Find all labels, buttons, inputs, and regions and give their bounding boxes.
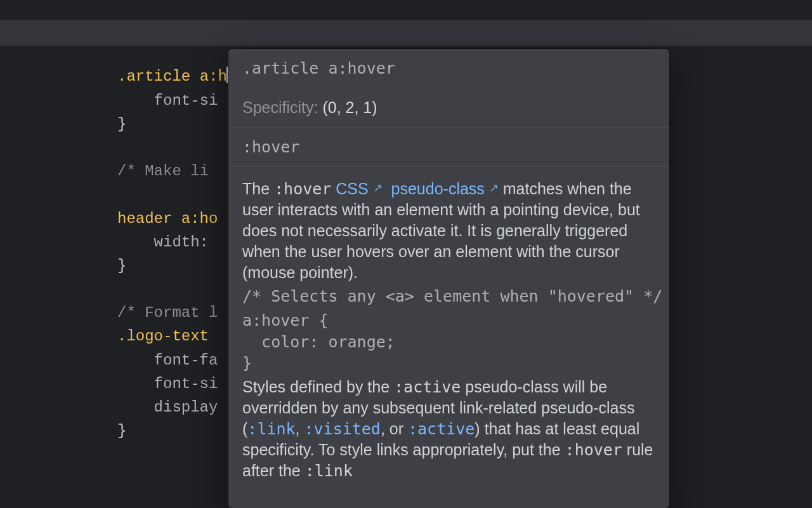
css-property: font-si: [117, 375, 218, 392]
specificity-label: Specificity:: [242, 98, 322, 116]
external-link-icon: ↗: [489, 181, 499, 196]
css-property: font-si: [117, 92, 218, 109]
popup-doc-body[interactable]: The :hover CSS ↗ pseudo-class ↗ matches …: [228, 167, 669, 498]
css-property: width:: [117, 234, 218, 251]
doc-text: , or: [381, 420, 408, 438]
doc-example-code: a:hover { color: orange; }: [242, 310, 655, 374]
doc-text: The: [242, 180, 274, 197]
hover-documentation-popup[interactable]: .article a:hover Specificity: (0, 2, 1) …: [228, 49, 669, 508]
css-comment: /* Format l: [117, 304, 218, 321]
doc-text: ,: [296, 420, 304, 438]
pseudo-class-doc-link[interactable]: pseudo-class ↗: [391, 180, 499, 197]
link-code: :link: [305, 462, 353, 480]
doc-paragraph-2: Styles defined by the :active pseudo-cla…: [242, 377, 655, 481]
hover-code: :hover: [274, 180, 331, 198]
css-class-selector: .logo-text: [117, 328, 209, 345]
css-class-selector: .article: [117, 68, 190, 85]
css-comment: /* Make li: [117, 163, 218, 180]
external-link-icon: ↗: [373, 181, 383, 196]
css-tag-selector: a: [200, 68, 209, 85]
css-selector: header a:ho: [117, 210, 218, 227]
doc-example-comment: /* Selects any <a> element when "hovered…: [242, 286, 655, 307]
css-property: font-fa: [117, 352, 218, 369]
css-brace: }: [117, 116, 126, 133]
active-pseudo-ref: :active: [408, 420, 475, 438]
active-code: :active: [394, 378, 461, 396]
css-brace: }: [117, 422, 126, 439]
visited-pseudo-ref: :visited: [304, 420, 381, 438]
doc-text: Styles defined by the: [242, 378, 394, 396]
specificity-value: (0, 2, 1): [322, 98, 377, 116]
link-pseudo-ref: :link: [247, 420, 295, 438]
hover-code: :hover: [565, 441, 622, 459]
popup-selector-echo: .article a:hover: [228, 49, 669, 88]
css-brace: }: [117, 257, 126, 274]
doc-paragraph-1: The :hover CSS ↗ pseudo-class ↗ matches …: [242, 178, 655, 283]
css-pseudo-selector: :h: [209, 68, 227, 85]
popup-specificity-row: Specificity: (0, 2, 1): [228, 88, 669, 128]
css-property: display: [117, 399, 218, 416]
css-doc-link[interactable]: CSS ↗: [336, 180, 382, 197]
popup-symbol-row: :hover: [228, 128, 669, 167]
